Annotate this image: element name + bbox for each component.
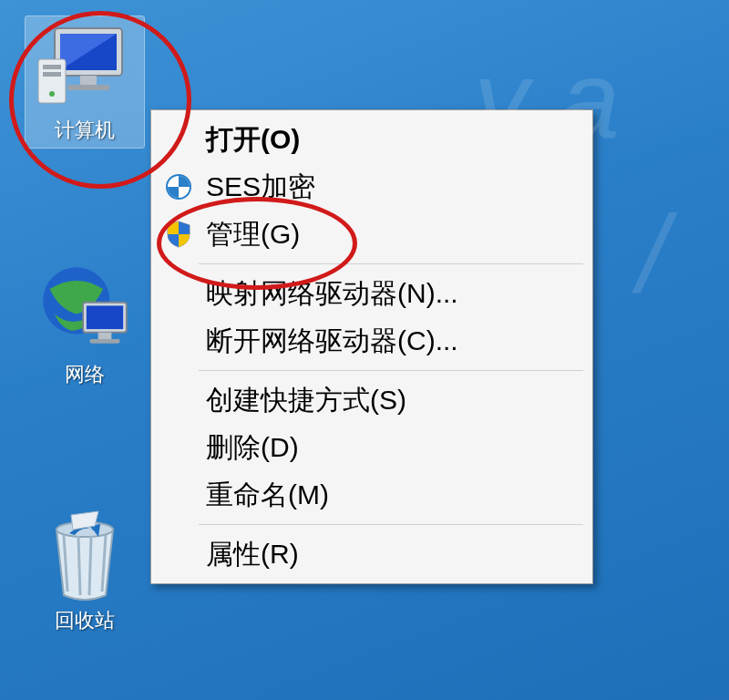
ses-icon — [160, 169, 197, 205]
svg-rect-10 — [87, 305, 123, 329]
desktop-icon-network[interactable]: 网络 — [26, 264, 144, 388]
svg-point-7 — [49, 91, 55, 97]
menu-separator — [199, 263, 583, 264]
menu-item-label: 断开网络驱动器(C)... — [206, 323, 458, 360]
svg-rect-2 — [80, 76, 97, 85]
watermark: / — [638, 191, 668, 317]
menu-item-ses-encrypt[interactable]: SES加密 — [153, 163, 590, 211]
menu-item-properties[interactable]: 属性(R) — [153, 530, 590, 578]
blank-icon — [160, 382, 197, 418]
menu-item-disconnect-network-drive[interactable]: 断开网络驱动器(C)... — [153, 317, 590, 365]
desktop-icon-label: 回收站 — [26, 607, 144, 634]
network-icon — [35, 264, 135, 355]
menu-item-map-network-drive[interactable]: 映射网络驱动器(N)... — [153, 270, 590, 317]
blank-icon — [160, 429, 197, 466]
svg-rect-11 — [98, 333, 112, 339]
menu-separator — [199, 370, 583, 371]
blank-icon — [160, 275, 197, 312]
blank-icon — [160, 121, 197, 158]
menu-separator — [199, 524, 583, 525]
menu-item-label: 属性(R) — [206, 536, 299, 573]
desktop-icon-recycle-bin[interactable]: 回收站 — [26, 510, 144, 634]
context-menu: 打开(O) SES加密 管理(G) 映射网络驱动器(N)... — [150, 109, 593, 584]
menu-item-label: SES加密 — [206, 169, 315, 206]
blank-icon — [160, 536, 197, 572]
svg-rect-5 — [43, 65, 61, 69]
desktop-icon-label: 网络 — [26, 361, 144, 388]
recycle-bin-icon — [35, 510, 135, 602]
menu-item-label: 重命名(M) — [206, 477, 329, 514]
menu-item-manage[interactable]: 管理(G) — [153, 211, 590, 258]
menu-item-delete[interactable]: 删除(D) — [153, 424, 590, 471]
blank-icon — [160, 323, 197, 359]
desktop-icon-computer[interactable]: 计算机 — [26, 16, 144, 148]
menu-item-label: 创建快捷方式(S) — [206, 382, 406, 419]
blank-icon — [160, 477, 197, 513]
menu-item-label: 管理(G) — [206, 216, 300, 253]
menu-item-rename[interactable]: 重命名(M) — [153, 471, 590, 519]
svg-rect-12 — [90, 339, 120, 344]
computer-icon — [35, 20, 135, 111]
shield-uac-icon — [160, 216, 197, 252]
menu-item-label: 打开(O) — [206, 121, 300, 159]
menu-item-label: 删除(D) — [206, 429, 299, 467]
svg-rect-6 — [43, 72, 61, 77]
desktop-icon-label: 计算机 — [26, 117, 144, 144]
menu-item-create-shortcut[interactable]: 创建快捷方式(S) — [153, 376, 590, 424]
svg-rect-3 — [67, 85, 109, 90]
menu-item-label: 映射网络驱动器(N)... — [206, 275, 458, 313]
menu-item-open[interactable]: 打开(O) — [153, 116, 590, 163]
